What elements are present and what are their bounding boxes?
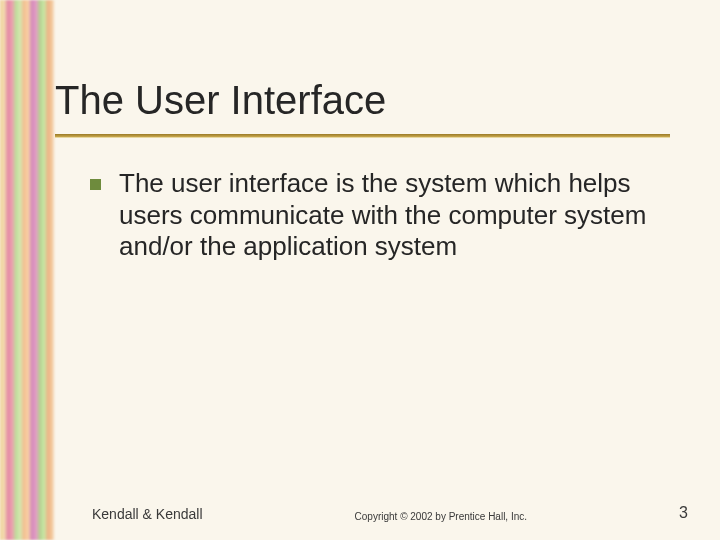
- footer-copyright: Copyright © 2002 by Prentice Hall, Inc.: [203, 511, 680, 522]
- title-area: The User Interface: [55, 78, 675, 123]
- square-bullet-icon: [90, 179, 101, 190]
- bullet-text: The user interface is the system which h…: [119, 168, 670, 263]
- footer: Kendall & Kendall Copyright © 2002 by Pr…: [0, 504, 720, 522]
- footer-author: Kendall & Kendall: [92, 506, 203, 522]
- bullet-item: The user interface is the system which h…: [90, 168, 670, 263]
- title-underline: [55, 134, 670, 137]
- content-area: The user interface is the system which h…: [90, 168, 670, 263]
- page-number: 3: [679, 504, 688, 522]
- slide-title: The User Interface: [55, 78, 675, 123]
- slide: The User Interface The user interface is…: [0, 0, 720, 540]
